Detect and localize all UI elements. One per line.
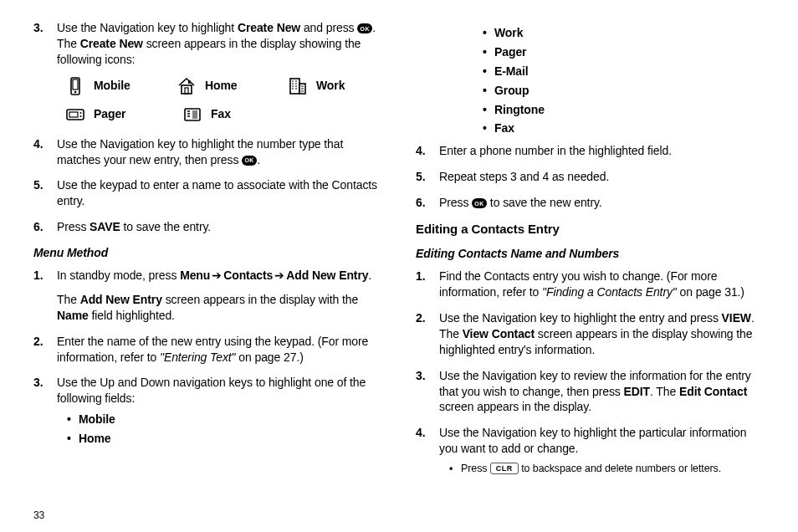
heading-editing-contacts: Editing a Contacts Entry [416, 221, 765, 238]
bold-text: Create New [238, 21, 300, 34]
field-item: Work [483, 25, 765, 41]
heading-menu-method: Menu Method [33, 245, 382, 261]
bold-text: Menu [180, 269, 210, 282]
bold-text: Edit Contact [679, 385, 747, 398]
bold-text: Name [57, 309, 89, 322]
text: to save the entry. [120, 220, 211, 233]
field-item: Group [483, 83, 765, 99]
text: screen appears in the display with the [162, 293, 358, 306]
arrow-icon: ➔ [274, 268, 284, 284]
text: Press [57, 220, 90, 233]
bold-text: Contacts [223, 269, 273, 282]
step-5: Use the keypad to enter a name to associ… [33, 177, 382, 209]
icon-label: Home [205, 78, 238, 94]
edit-sub-list: Press CLR to backspace and delete number… [439, 462, 765, 476]
step-1-follow: The Add New Entry screen appears in the … [57, 292, 382, 324]
icon-type-table: Mobile Home Work [57, 76, 382, 125]
text: Use the Up and Down navigation keys to h… [57, 376, 366, 405]
step-3: Use the Navigation key to highlight Crea… [33, 20, 382, 125]
arrow-icon: ➔ [212, 268, 222, 284]
italic-text: "Entering Text" [160, 350, 238, 364]
fax-icon [182, 105, 202, 125]
text: field highlighted. [89, 309, 175, 322]
icon-cell-pager: Pager [65, 105, 166, 125]
icon-label: Pager [94, 106, 125, 122]
icon-label: Mobile [94, 78, 130, 94]
bold-text: Add New Entry [286, 269, 368, 282]
text: . [257, 153, 260, 166]
edit-sub-item: Press CLR to backspace and delete number… [449, 462, 765, 476]
text: to backspace and delete numbers or lette… [519, 463, 721, 474]
ok-icon: OK [472, 198, 487, 208]
icon-label: Work [316, 78, 345, 94]
text: Use the Navigation key to highlight the … [439, 426, 746, 455]
procedure-list-b: In standby mode, press Menu➔Contacts➔Add… [33, 268, 382, 447]
text: The [57, 293, 80, 306]
step-2: Enter the name of the new entry using th… [33, 334, 382, 366]
pager-icon [65, 105, 85, 125]
page-columns: Use the Navigation key to highlight Crea… [33, 20, 765, 486]
clr-key-icon: CLR [490, 463, 519, 474]
icon-row: Pager Fax [65, 105, 382, 125]
step-4: Use the Navigation key to highlight the … [33, 136, 382, 168]
text: . The [650, 385, 679, 398]
field-list-a: Mobile Home [57, 412, 382, 447]
mobile-icon [65, 76, 85, 96]
step-5b: Repeat steps 3 and 4 as needed. [416, 169, 765, 185]
edit-step-2: Use the Navigation key to highlight the … [416, 310, 765, 358]
bold-text: View Contact [463, 327, 535, 340]
text: In standby mode, press [57, 269, 180, 282]
text: Press [439, 196, 472, 209]
home-icon [176, 76, 197, 96]
step-4b: Enter a phone number in the highlighted … [416, 143, 765, 159]
icon-cell-mobile: Mobile [65, 76, 160, 96]
icon-cell-work: Work [288, 76, 382, 96]
page-number: 33 [33, 509, 44, 522]
procedure-list-a: Use the Navigation key to highlight Crea… [33, 20, 382, 235]
text: on page 27.) [238, 350, 303, 364]
field-item: Mobile [67, 412, 382, 427]
icon-cell-fax: Fax [182, 105, 283, 125]
procedure-list-c: Enter a phone number in the highlighted … [416, 143, 765, 211]
icon-label: Fax [211, 106, 231, 122]
icon-cell-home: Home [176, 76, 271, 96]
text: Press [461, 463, 490, 474]
step-6: Press SAVE to save the entry. [33, 219, 382, 235]
text: Use the Navigation key to highlight the … [439, 311, 722, 325]
field-item: Home [67, 431, 382, 447]
field-list-b: Work Pager E-Mail Group Ringtone Fax [473, 25, 765, 136]
field-item: Ringtone [483, 102, 765, 118]
field-list-continued-wrap: Work Pager E-Mail Group Ringtone Fax [473, 25, 765, 136]
text: and press [300, 21, 357, 34]
left-column: Use the Navigation key to highlight Crea… [33, 20, 382, 486]
text: on page 31.) [680, 285, 744, 299]
text: Use the keypad to enter a name to associ… [57, 178, 377, 207]
edit-step-3: Use the Navigation key to review the inf… [416, 368, 765, 416]
text: Repeat steps 3 and 4 as needed. [439, 170, 609, 183]
text: screen appears in the display. [439, 400, 591, 413]
bold-text: EDIT [624, 385, 651, 398]
procedure-list-d: Find the Contacts entry you wish to chan… [416, 269, 765, 476]
italic-text: "Finding a Contacts Entry" [542, 285, 679, 299]
ok-icon: OK [357, 23, 372, 33]
field-item: Fax [483, 120, 765, 136]
field-item: E-Mail [483, 64, 765, 79]
edit-step-1: Find the Contacts entry you wish to chan… [416, 269, 765, 300]
step-1: In standby mode, press Menu➔Contacts➔Add… [33, 268, 382, 324]
right-column: Work Pager E-Mail Group Ringtone Fax Ent… [416, 20, 765, 486]
heading-editing-name-numbers: Editing Contacts Name and Numbers [416, 246, 765, 262]
work-icon [288, 76, 308, 96]
text: Enter a phone number in the highlighted … [439, 144, 672, 157]
bold-text: Add New Entry [80, 293, 162, 306]
ok-icon: OK [242, 156, 257, 166]
text: Use the Navigation key to highlight [57, 21, 238, 34]
field-item: Pager [483, 44, 765, 60]
text: to save the new entry. [487, 196, 602, 209]
step-6b: Press OK to save the new entry. [416, 195, 765, 211]
icon-row: Mobile Home Work [65, 76, 382, 96]
bold-text: SAVE [90, 220, 120, 233]
text: . [368, 269, 371, 282]
bold-text: VIEW [722, 311, 751, 325]
text: Use the Navigation key to highlight the … [57, 137, 343, 166]
bold-text: Create New [80, 37, 143, 50]
